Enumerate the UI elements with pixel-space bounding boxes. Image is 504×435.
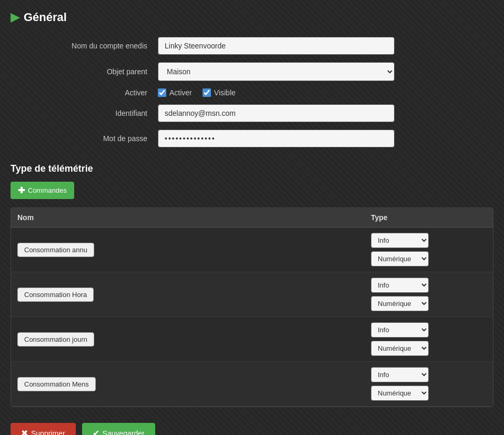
table-row: Consommation Hora Info Action Numérique …	[11, 272, 493, 317]
nom-compte-input[interactable]	[158, 37, 395, 55]
identifiant-label: Identifiant	[11, 109, 158, 117]
row-type-1: Info Action Numérique Numérique Texte Bi…	[371, 233, 487, 266]
nom-compte-label: Nom du compte enedis	[11, 42, 158, 50]
row-nom-3: Consommation journ	[17, 332, 371, 347]
nom-compte-row: Nom du compte enedis	[11, 37, 493, 55]
objet-parent-select[interactable]: Maison Autre	[158, 62, 395, 81]
row-2-type1-select[interactable]: Info Action Numérique	[371, 278, 429, 293]
telemetrie-title: Type de télémétrie	[11, 163, 493, 174]
row-4-type2-select[interactable]: Numérique Texte Binaire	[371, 385, 429, 401]
row-nom-2: Consommation Hora	[17, 288, 371, 302]
objet-parent-row: Objet parent Maison Autre	[11, 62, 493, 81]
save-button[interactable]: ✔ Sauvegarder	[82, 423, 155, 435]
row-2-type2-select[interactable]: Numérique Texte Binaire	[371, 296, 429, 311]
objet-parent-label: Objet parent	[11, 67, 158, 76]
consommation-journ-button[interactable]: Consommation journ	[17, 332, 94, 347]
row-type-2: Info Action Numérique Numérique Texte Bi…	[371, 278, 487, 311]
mot-de-passe-input[interactable]	[158, 130, 395, 147]
delete-icon: ✖	[21, 428, 28, 435]
plus-icon: ✚	[18, 185, 25, 195]
activer-checkbox-label[interactable]: Activer	[158, 88, 192, 97]
arrow-icon: ▶	[11, 11, 19, 24]
th-type: Type	[371, 213, 487, 222]
row-1-type1-select[interactable]: Info Action Numérique	[371, 233, 429, 248]
activer-checkbox[interactable]	[158, 88, 166, 97]
row-3-type2-select[interactable]: Numérique Texte Binaire	[371, 341, 429, 356]
row-type-3: Info Action Numérique Numérique Texte Bi…	[371, 322, 487, 356]
mot-de-passe-label: Mot de passe	[11, 134, 158, 143]
row-type-4: Info Action Numérique Numérique Texte Bi…	[371, 367, 487, 401]
general-form: Nom du compte enedis Objet parent Maison…	[11, 37, 493, 147]
delete-button[interactable]: ✖ Supprimer	[11, 423, 76, 435]
row-nom-1: Consommation annu	[17, 243, 371, 257]
row-nom-4: Consommation Mens	[17, 377, 371, 391]
consommation-annu-button[interactable]: Consommation annu	[17, 243, 94, 257]
checkbox-group: Activer Visible	[158, 88, 236, 97]
visible-checkbox[interactable]	[203, 88, 211, 97]
consommation-mens-button[interactable]: Consommation Mens	[17, 377, 96, 391]
row-4-type1-select[interactable]: Info Action Numérique	[371, 367, 429, 382]
row-1-type2-select[interactable]: Numérique Texte Binaire	[371, 251, 429, 266]
table-row: Consommation annu Info Action Numérique …	[11, 228, 493, 272]
table-header: Nom Type	[11, 208, 493, 228]
th-nom: Nom	[17, 213, 371, 222]
activer-label: Activer	[11, 88, 158, 97]
identifiant-row: Identifiant	[11, 104, 493, 122]
footer-buttons: ✖ Supprimer ✔ Sauvegarder	[11, 423, 493, 435]
save-icon: ✔	[93, 428, 99, 435]
consommation-hora-button[interactable]: Consommation Hora	[17, 288, 94, 302]
telemetrie-section: Type de télémétrie ✚ Commandes Nom Type …	[11, 163, 493, 407]
page-title: ▶ Général	[11, 11, 493, 24]
mot-de-passe-row: Mot de passe	[11, 130, 493, 147]
table-row: Consommation journ Info Action Numérique…	[11, 317, 493, 362]
add-commandes-button[interactable]: ✚ Commandes	[11, 182, 74, 199]
telemetrie-table: Nom Type Consommation annu Info Action N…	[11, 207, 493, 407]
identifiant-input[interactable]	[158, 104, 395, 122]
table-row: Consommation Mens Info Action Numérique …	[11, 362, 493, 407]
visible-checkbox-label[interactable]: Visible	[203, 88, 236, 97]
row-3-type1-select[interactable]: Info Action Numérique	[371, 322, 429, 338]
activer-row: Activer Activer Visible	[11, 88, 493, 97]
